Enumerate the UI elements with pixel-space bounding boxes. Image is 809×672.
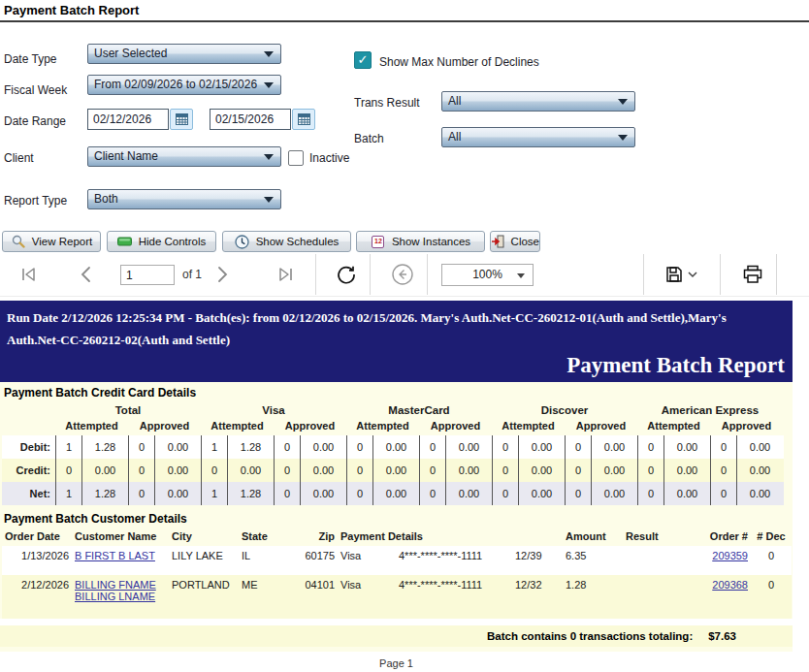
show-instances-button[interactable]: 12 Show Instances [356,231,485,252]
trans-result-label: Trans Result [354,96,420,110]
card-type-header: MasterCard [346,401,492,420]
cc-cell: 0.00 [372,459,419,482]
order-number-cell: 209368 [687,575,751,619]
cc-cell: 0 [710,435,736,459]
state-cell: ME [239,575,287,619]
save-export-icon[interactable] [662,252,700,297]
print-icon[interactable] [735,252,770,297]
col-amount: Amount [563,528,623,546]
cc-cell: 0.00 [663,435,710,459]
date-type-value: User Selected [94,47,167,60]
state-cell: IL [239,546,287,575]
back-icon[interactable] [388,252,417,297]
sub-header: Attempted [346,420,419,435]
order-date-cell: 1/13/2026 [2,546,72,575]
date-range-from-input[interactable] [87,109,169,130]
sub-header: Attempted [492,420,565,435]
zoom-level-value: 100% [472,268,502,281]
toolbar-divider [776,254,777,295]
fiscal-week-dropdown[interactable]: From 02/09/2026 to 02/15/2026 [87,75,281,95]
next-page-icon[interactable] [211,252,235,297]
zip-cell: 04101 [287,575,338,619]
cc-table-row: Net:11.2800.0011.2800.0000.0000.0000.000… [2,482,784,505]
batch-dropdown[interactable]: All [441,127,635,147]
calendar-icon[interactable] [292,109,315,130]
fiscal-week-value: From 02/09/2026 to 02/15/2026 [94,78,257,91]
cc-cell: 1 [201,482,227,505]
cc-cell: 0.00 [518,435,565,459]
cc-cell: 1.28 [227,435,274,459]
customer-name-cell-link[interactable]: B FIRST B LAST [75,550,155,561]
batch-value: All [448,130,461,144]
result-cell [623,575,687,619]
zip-cell: 60175 [287,546,338,575]
fiscal-week-label: Fiscal Week [4,83,67,97]
cc-cell: 0.00 [591,459,637,482]
toolbar-divider [315,254,316,295]
page-number-footer: Page 1 [0,657,793,669]
chevron-down-icon [618,99,628,105]
page-count-label: of 1 [182,268,202,281]
view-report-button[interactable]: View Report [2,231,101,252]
chevron-down-icon [264,51,274,57]
date-range-to-input[interactable] [210,109,291,130]
cc-cell: 0 [128,435,154,459]
cc-cell: 0 [565,459,591,482]
cc-row-label: Credit: [2,459,55,482]
refresh-icon[interactable] [332,252,361,297]
cc-cell: 0.00 [300,482,346,505]
cc-cell: 0.00 [736,435,783,459]
show-max-declines-checkbox[interactable]: ✓ [354,51,372,69]
cc-cell: 0.00 [663,482,710,505]
hide-controls-button[interactable]: Hide Controls [107,231,216,252]
order-number-cell-link[interactable]: 209359 [712,550,748,561]
payment-batch-report-window: Payment Batch Report Date Type User Sele… [0,0,809,672]
zoom-select[interactable]: 100% [441,264,534,286]
chevron-down-icon [517,273,525,278]
date-type-dropdown[interactable]: User Selected [87,44,281,64]
cc-cell: 0 [565,435,591,459]
calendar-icon[interactable] [170,109,193,130]
card-type-cell: Visa [338,546,396,575]
cc-cell: 0 [274,459,300,482]
calendar-page-icon: 12 [371,235,386,249]
cc-cell: 0 [128,459,154,482]
page-number-input[interactable] [120,265,175,285]
client-dropdown[interactable]: Client Name [87,146,281,167]
card-type-header: Total [55,401,201,420]
sub-header: Approved [419,420,492,435]
order-number-cell-link[interactable]: 209368 [712,579,748,591]
show-schedules-button[interactable]: Show Schedules [222,231,351,252]
first-page-icon[interactable] [16,252,43,297]
cc-cell: 0 [55,459,81,482]
col-zip: Zip [287,528,338,546]
trans-result-dropdown[interactable]: All [441,91,635,112]
card-type-cell: Visa [338,575,396,619]
toolbar-divider [720,254,721,295]
batch-label: Batch [354,132,384,145]
col-payment-details: Payment Details [338,528,563,546]
page-title: Payment Batch Report [4,3,139,17]
cc-cell: 0.00 [445,459,492,482]
previous-page-icon[interactable] [74,252,97,297]
cc-cell: 0 [274,435,300,459]
toolbar-divider [427,254,428,295]
close-button[interactable]: Close [490,231,540,252]
cc-cell: 0 [419,482,445,505]
col-order-number: Order # [687,528,751,546]
customer-name-cell-link[interactable]: BILLING FNAME BILLING LNAME [75,579,156,602]
report-title: Payment Batch Report [566,353,785,378]
report-type-dropdown[interactable]: Both [87,189,281,209]
green-bar-icon [117,235,133,249]
last-page-icon[interactable] [272,252,299,297]
clock-icon [235,235,250,249]
cc-cell: 0 [710,482,736,505]
calendar-page-number: 12 [372,236,384,248]
inactive-checkbox[interactable] [288,150,304,166]
cc-cell: 0.00 [154,435,201,459]
report-body: Payment Batch Credit Card Details TotalV… [0,382,793,652]
report-viewer-toolbar: of 1 100% [0,252,809,297]
cc-cell: 0 [128,482,154,505]
customer-name-cell: BILLING FNAME BILLING LNAME [72,575,169,619]
cc-cell: 0 [637,435,663,459]
